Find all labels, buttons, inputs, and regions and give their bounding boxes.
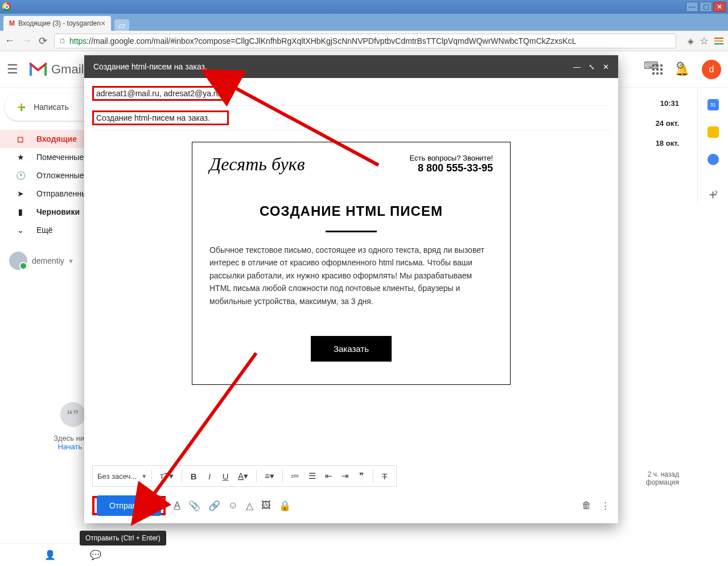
compose-header[interactable]: Создание html-писем на заказ. — ⤡ ✕ (84, 55, 618, 78)
send-button[interactable]: Отправить (97, 495, 161, 516)
email-brand: Десять букв (209, 154, 305, 175)
contact-question: Есть вопросы? Звоните! (410, 154, 493, 162)
image-icon[interactable]: 🖼 (261, 500, 271, 511)
gmail-m-icon (28, 62, 48, 77)
drive-icon[interactable]: △ (246, 500, 253, 512)
subject-highlight: Создание html-писем на заказ. (92, 110, 229, 125)
hangouts-start-link[interactable]: Начать ч (57, 442, 88, 451)
email-contact: Есть вопросы? Звоните! 8 800 555-33-95 (410, 154, 493, 174)
gmail-text: Gmail (51, 62, 84, 77)
right-rail: 31 + › (697, 88, 728, 203)
emoji-icon[interactable]: ☺ (228, 500, 238, 511)
new-tab-button[interactable]: ▱ (114, 19, 129, 31)
chat-icon[interactable]: 💬 (90, 549, 101, 560)
avatar[interactable]: d (702, 60, 721, 79)
gmail-favicon: M (9, 19, 15, 27)
font-select[interactable]: Без засеч... (97, 472, 139, 481)
footer-info: 2 ч. назад формация (646, 470, 679, 486)
inbox-icon: ◻ (15, 134, 26, 143)
numbered-list-button[interactable]: ≔ (287, 469, 303, 483)
link-icon[interactable]: 🔗 (208, 500, 220, 512)
time-value: 24 окт. (656, 119, 679, 128)
underline-button[interactable]: U (219, 469, 232, 483)
discard-icon[interactable]: 🗑 (582, 500, 591, 512)
compose-fields: adresat1@mail.ru, adresat2@ya.ru Создани… (84, 78, 618, 130)
text-color-button[interactable]: A▾ (235, 469, 252, 483)
chevron-right-icon[interactable]: › (715, 187, 718, 197)
email-body-text: Обычное текстовое письмо, состоящее из о… (209, 244, 493, 307)
gmail-logo[interactable]: Gmail (28, 62, 84, 77)
extension-icon[interactable]: ◈ (688, 36, 694, 46)
indent-less-button[interactable]: ⇤ (322, 469, 336, 483)
font-size-button[interactable]: тТ▾ (157, 469, 177, 483)
more-icon[interactable]: ⋮ (601, 500, 610, 512)
reload-icon[interactable]: ⟳ (39, 35, 47, 47)
contact-phone: 8 800 555-33-95 (410, 162, 493, 174)
footer-text: формация (646, 478, 679, 486)
back-icon[interactable]: ← (5, 35, 15, 47)
email-content: Десять букв Есть вопросы? Звоните! 8 800… (192, 142, 511, 385)
bold-button[interactable]: B (187, 469, 200, 483)
gear-icon[interactable]: ⚙ (676, 59, 685, 72)
url-text: https://mail.google.com/mail/#inbox?comp… (69, 36, 576, 46)
attach-icon[interactable]: 📎 (188, 500, 200, 512)
subject-field[interactable]: Создание html-писем на заказ. (92, 106, 610, 130)
person-icon[interactable]: 👤 (44, 549, 56, 560)
clock-icon: 🕐 (15, 171, 26, 180)
send-highlight: Отправить (92, 496, 166, 515)
forward-icon: → (22, 35, 32, 47)
bookmark-icon[interactable]: ☆ (700, 35, 709, 47)
sidebar-label: Отложенные (36, 171, 84, 180)
email-heading: СОЗДАНИЕ HTML ПИСЕМ (209, 203, 493, 219)
email-divider (326, 231, 377, 232)
quote-button[interactable]: ❞ (355, 469, 368, 483)
tab-title: Входящие (3) - toysgarden (18, 19, 101, 27)
user-avatar-icon (9, 252, 27, 270)
indent-more-button[interactable]: ⇥ (338, 469, 352, 483)
window-maximize-button[interactable]: ▢ (700, 2, 712, 12)
url-bar[interactable]: 🗋 https://mail.google.com/mail/#inbox?co… (54, 34, 676, 48)
bullet-list-button[interactable]: ☰ (305, 469, 319, 483)
popout-icon[interactable]: ⤡ (589, 63, 595, 71)
lock-icon: 🗋 (59, 37, 66, 45)
compose-body[interactable]: Десять букв Есть вопросы? Звоните! 8 800… (84, 130, 618, 465)
email-times: 10:31 24 окт. 18 окт. (656, 99, 679, 147)
window-close-button[interactable]: ✕ (713, 2, 726, 12)
hangouts-icon: ❝❞ (60, 402, 85, 427)
italic-button[interactable]: I (203, 469, 216, 483)
send-row: Отправить A 📎 🔗 ☺ △ 🖼 🔒 🗑 ⋮ (84, 491, 618, 523)
nav-bar: ← → ⟳ 🗋 https://mail.google.com/mail/#in… (0, 31, 728, 51)
to-field[interactable]: adresat1@mail.ru, adresat2@ya.ru (92, 81, 610, 106)
formatting-icon[interactable]: A (174, 500, 180, 511)
input-icon[interactable]: ⌨ (644, 59, 659, 72)
clear-format-button[interactable]: T (378, 469, 392, 483)
tasks-icon[interactable] (708, 154, 719, 165)
sidebar-label: Черновики (36, 207, 80, 216)
browser-menu-icon[interactable] (714, 38, 723, 44)
confidential-icon[interactable]: 🔒 (279, 500, 291, 512)
tab-strip: M Входящие (3) - toysgarden × ▱ (0, 14, 728, 31)
compose-window: Создание html-писем на заказ. — ⤡ ✕ adre… (84, 55, 618, 523)
time-value: 10:31 (656, 99, 679, 108)
align-button[interactable]: ≡▾ (261, 469, 278, 483)
sidebar-username: dementiy (32, 256, 64, 265)
tab-close-icon[interactable]: × (101, 19, 105, 28)
sidebar-bottom: 👤 💬 (0, 543, 146, 566)
chevron-down-icon: ⌄ (15, 225, 26, 235)
window-minimize-button[interactable]: — (686, 2, 698, 12)
calendar-icon[interactable]: 31 (708, 99, 719, 110)
chevron-down-icon[interactable]: ▼ (141, 473, 147, 479)
close-icon[interactable]: ✕ (603, 63, 609, 71)
footer-time: 2 ч. назад (646, 470, 679, 478)
format-toolbar: Без засеч...▼ тТ▾ B I U A▾ ≡▾ ≔ ☰ ⇤ ⇥ ❞ … (92, 465, 397, 487)
email-cta-button[interactable]: Заказать (311, 336, 392, 362)
sidebar-label: Входящие (36, 134, 77, 143)
browser-tab[interactable]: M Входящие (3) - toysgarden × (3, 16, 111, 31)
hamburger-icon[interactable]: ☰ (7, 62, 18, 77)
keep-icon[interactable] (708, 126, 719, 138)
sidebar-label: Помеченные (36, 153, 84, 162)
minimize-icon[interactable]: — (573, 63, 581, 71)
star-icon: ★ (15, 153, 26, 162)
to-highlight: adresat1@mail.ru, adresat2@ya.ru (92, 86, 229, 101)
chrome-icon (2, 2, 11, 11)
